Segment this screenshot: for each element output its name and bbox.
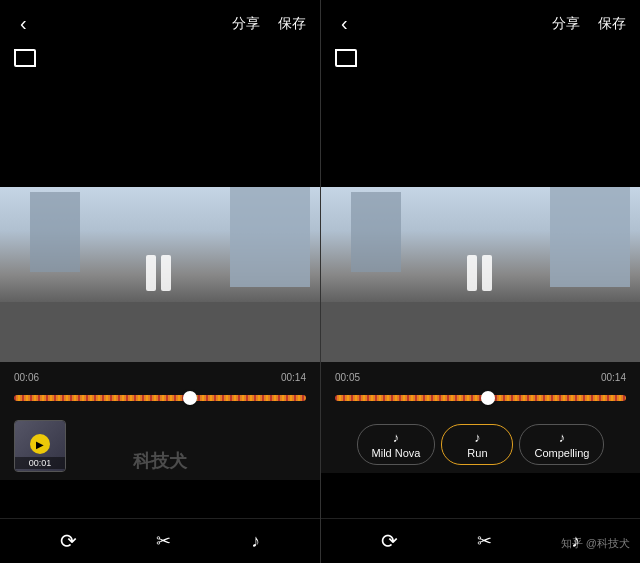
right-loop-icon[interactable]: ⟳ [381,529,398,553]
right-pause-button[interactable] [467,255,495,295]
mild-nova-label: Mild Nova [372,447,421,459]
left-cut-icon[interactable]: ✂ [156,530,171,552]
right-crop-icon[interactable] [335,49,357,67]
right-pill-run[interactable]: ♪ Run [441,424,513,465]
left-top-bar: ‹ 分享 保存 [0,0,320,43]
right-save-button[interactable]: 保存 [598,15,626,33]
left-thumb-item[interactable]: ▶ 00:01 [14,420,66,472]
left-music-icon[interactable]: ♪ [251,531,260,552]
right-share-button[interactable]: 分享 [552,15,580,33]
right-top-bar: ‹ 分享 保存 [321,0,640,43]
right-start-time: 00:05 [335,372,360,383]
left-thumbnail-strip: ▶ 00:01 [0,416,320,480]
left-save-button[interactable]: 保存 [278,15,306,33]
right-crop-area [321,43,640,67]
right-pill-mild-nova[interactable]: ♪ Mild Nova [357,424,436,465]
right-timeline-track[interactable] [335,388,626,408]
left-crop-icon[interactable] [14,49,36,67]
left-end-time: 00:14 [281,372,306,383]
left-thumb-time: 00:01 [15,457,65,469]
left-thumb-play-icon: ▶ [30,434,50,454]
right-video-frame [321,187,640,362]
right-black-top [321,67,640,187]
left-share-button[interactable]: 分享 [232,15,260,33]
right-music-icon[interactable]: ♪ [571,531,580,552]
left-video-frame [0,187,320,362]
left-crop-area [0,43,320,67]
mild-nova-note-icon: ♪ [393,430,400,445]
right-timeline-area: 00:05 00:14 [321,362,640,416]
right-end-time: 00:14 [601,372,626,383]
run-note-icon: ♪ [474,430,481,445]
left-start-time: 00:06 [14,372,39,383]
right-panel: ‹ 分享 保存 00:05 00:14 ♪ M [320,0,640,563]
left-panel: ‹ 分享 保存 00:06 00:14 ▶ [0,0,320,563]
left-black-top [0,67,320,187]
left-loop-icon[interactable]: ⟳ [60,529,77,553]
run-label: Run [467,447,487,459]
compelling-note-icon: ♪ [559,430,566,445]
right-cut-icon[interactable]: ✂ [477,530,492,552]
right-back-button[interactable]: ‹ [335,10,354,37]
compelling-label: Compelling [534,447,589,459]
left-bottom-toolbar: ⟳ ✂ ♪ [0,518,320,563]
left-pause-button[interactable] [146,255,174,295]
left-timeline-area: 00:06 00:14 [0,362,320,416]
left-back-button[interactable]: ‹ [14,10,33,37]
right-bottom-toolbar: ⟳ ✂ ♪ [321,518,640,563]
right-pill-compelling[interactable]: ♪ Compelling [519,424,604,465]
left-timeline-track[interactable] [14,388,306,408]
right-music-pills: ♪ Mild Nova ♪ Run ♪ Compelling [321,416,640,473]
